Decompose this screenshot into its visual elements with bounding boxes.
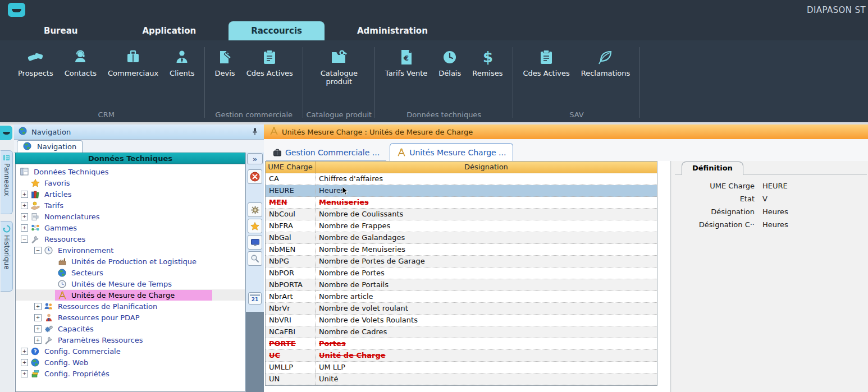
tree-item-label: Gammes	[43, 223, 79, 233]
ribbon-tab-raccourcis[interactable]: Raccourcis	[229, 21, 325, 40]
svg-text:?: ?	[34, 348, 37, 354]
tree-item-label: Unités de Mesure de Temps	[70, 279, 173, 289]
table-row-men[interactable]: MENMenuiseries	[266, 197, 657, 209]
ribbon-tab-application[interactable]: Application	[125, 21, 213, 40]
rail-tab-panneaux[interactable]: Panneaux	[1, 150, 13, 214]
ribbon-button-d-lais[interactable]: Délais	[433, 48, 467, 77]
table-row-nbvri[interactable]: NbVRINombre de Volets Roulants	[266, 315, 657, 326]
tree-expander[interactable]: −	[34, 247, 42, 254]
table-row-nbpg[interactable]: NbPGNombre de Portes de Garage	[266, 256, 657, 268]
cell-designation: Menuiseries	[316, 197, 657, 208]
ribbon-button-contacts[interactable]: Contacts	[59, 48, 102, 77]
tab-navigation[interactable]: Navigation	[17, 140, 83, 153]
ribbon-button-devis[interactable]: Devis	[209, 48, 241, 77]
ribbon-button-cdes-actives[interactable]: Cdes Actives	[241, 48, 299, 77]
table-row-nbrvr[interactable]: NbrVrNombre de volet roulant	[266, 303, 657, 315]
grid-header-designation[interactable]: Désignation	[316, 162, 657, 173]
tree-expander[interactable]: +	[34, 314, 42, 321]
tree-expander[interactable]: −	[21, 236, 28, 243]
collapse-panel-button[interactable]: »	[247, 153, 263, 164]
cell-designation: Nombre de Portes de Garage	[316, 256, 657, 267]
app-menu-button[interactable]	[8, 3, 25, 17]
ribbon-button-tarifs-vente[interactable]: €Tarifs Vente	[380, 48, 433, 77]
tree-expander[interactable]: +	[21, 202, 28, 209]
table-row-nbcoul[interactable]: NbCoulNombre de Coulissants	[266, 209, 657, 220]
ribbon-button-clients[interactable]: Clients	[164, 48, 200, 77]
document-tab-1[interactable]: Gestion Commerciale ...	[266, 145, 386, 161]
grid-header-ume-charge[interactable]: UME Charge	[266, 162, 316, 173]
tree-item-tarifs[interactable]: +Tarifs	[16, 200, 245, 211]
ribbon-button-reclamations[interactable]: Reclamations	[575, 48, 636, 77]
table-row-ncafbi[interactable]: NCaFBINombre de Cadres	[266, 326, 657, 338]
table-row-umllp[interactable]: UMLLPUM LLP	[266, 362, 657, 373]
cell-code: UN	[266, 373, 316, 385]
pin-icon	[252, 127, 258, 136]
table-row-nbporta[interactable]: NbPORTANombre de Portails	[266, 279, 657, 291]
cell-designation: Nombre de Menuiseries	[316, 244, 657, 255]
close-button[interactable]	[248, 169, 262, 184]
tree-item-unit-s-de-mesure-de-charge[interactable]: Unités de Mesure de Charge	[16, 289, 245, 301]
tree-item-unit-s-de-production-et-logistique[interactable]: Unités de Production et Logistique	[16, 256, 245, 267]
rail-menu-button[interactable]	[0, 126, 12, 140]
table-row-nbrart[interactable]: NbrArtNombre article	[266, 291, 657, 303]
tree-expander[interactable]: +	[34, 325, 42, 333]
tree-expander[interactable]: +	[34, 303, 42, 310]
definition-field-d-signation: DésignationHeures	[671, 205, 868, 218]
table-row-ca[interactable]: CAChiffres d'affaires	[266, 173, 657, 185]
tree-item-label: Config. Web	[43, 358, 90, 367]
cell-designation: Nombre de Galandages	[316, 232, 657, 243]
favorites-button[interactable]	[248, 219, 262, 233]
ribbon-tab-administration[interactable]: Administration	[340, 21, 445, 40]
table-row-heure[interactable]: HEUREHeures	[266, 185, 657, 197]
tree-expander[interactable]: +	[21, 348, 28, 355]
ribbon-tab-bureau[interactable]: Bureau	[27, 21, 94, 40]
table-row-nbfra[interactable]: NbFRANombre de Frappes	[266, 220, 657, 232]
table-row-porte[interactable]: PORTEPortes	[266, 338, 657, 350]
ribbon-button-commerciaux[interactable]: Commerciaux	[102, 48, 164, 77]
tree-item-label: Ressources de Planification	[56, 302, 159, 311]
tree-item-param-tres-ressources[interactable]: +Paramètres Ressources	[16, 334, 245, 345]
search-button[interactable]	[248, 251, 262, 266]
tree-expander[interactable]: +	[21, 359, 28, 366]
tree-item-ressources-pour-pdap[interactable]: +Ressources pour PDAP	[16, 312, 245, 323]
ribbon-button-prospects[interactable]: Prospects	[12, 48, 59, 77]
tree-item-favoris[interactable]: Favoris	[16, 177, 245, 188]
table-row-un[interactable]: UNUnité	[266, 373, 657, 385]
ribbon-button-cdes-actives[interactable]: Cdes Actives	[518, 48, 575, 77]
clock-small-icon	[58, 280, 66, 288]
table-row-nbmen[interactable]: NbMENNombre de Menuiseries	[266, 244, 657, 256]
tree-item-secteurs[interactable]: Secteurs	[16, 267, 245, 278]
calendar-button[interactable]: 21	[248, 292, 262, 305]
tree-item-environnement[interactable]: −Environnement	[16, 245, 245, 256]
tree-item-capacit-s[interactable]: +Capacités	[16, 323, 245, 334]
person-tie-icon	[174, 49, 190, 65]
tree-expander[interactable]: +	[21, 191, 28, 198]
settings-button[interactable]	[248, 202, 262, 217]
table-row-nbpor[interactable]: NbPORNombre de Portes	[266, 268, 657, 279]
cell-code: NbrVr	[266, 303, 316, 314]
tree-expander[interactable]: +	[21, 370, 28, 377]
tree-item-config-propri-t-s[interactable]: +Config. Propriétés	[16, 368, 245, 379]
tree-item-nomenclatures[interactable]: +Nomenclatures	[16, 211, 245, 222]
ribbon-group-label: Gestion commerciale	[205, 110, 303, 119]
rail-tab-historique[interactable]: Historique	[1, 221, 13, 292]
table-row-uc[interactable]: UCUnité de Charge	[266, 350, 657, 362]
tree-item-config-commerciale[interactable]: +?Config. Commerciale	[16, 345, 245, 357]
tree-item-config-web[interactable]: +Config. Web	[16, 357, 245, 368]
pin-icon[interactable]	[252, 127, 258, 138]
document-tab-2[interactable]: Unités Mesure Charge ...	[390, 143, 513, 161]
screen-button[interactable]	[248, 235, 262, 250]
tree-item-ressources[interactable]: −Ressources	[16, 233, 245, 245]
tree-item-articles[interactable]: +Articles	[16, 188, 245, 200]
tab-definition[interactable]: Définition	[682, 162, 743, 175]
tree-expander[interactable]: +	[34, 336, 42, 344]
tree-item-gammes[interactable]: +Gammes	[16, 222, 245, 233]
tree-item-ressources-de-planification[interactable]: +Ressources de Planification	[16, 301, 245, 312]
table-row-nbgal[interactable]: NbGalNombre de Galandages	[266, 232, 657, 244]
tree-expander[interactable]: +	[21, 224, 28, 232]
ribbon-button-remises[interactable]: $Remises	[467, 48, 508, 77]
tree-expander[interactable]: +	[21, 213, 28, 220]
tree-item-unit-s-de-mesure-de-temps[interactable]: Unités de Mesure de Temps	[16, 278, 245, 289]
tree-item-donn-es-techniques[interactable]: Données Techniques	[16, 166, 245, 177]
ribbon-button-catalogue-produit[interactable]: Catalogue produit	[308, 48, 371, 86]
